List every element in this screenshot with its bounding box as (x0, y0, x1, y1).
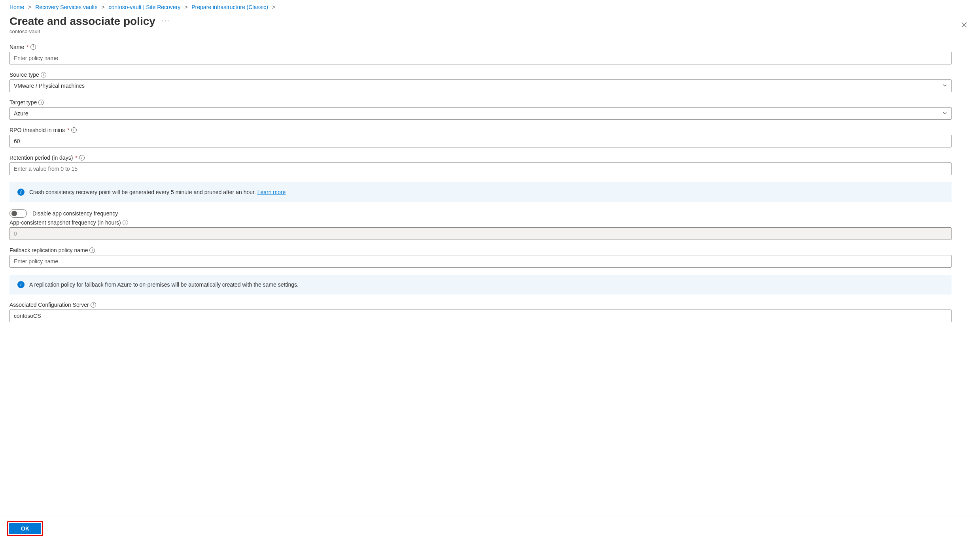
info-icon[interactable]: i (123, 220, 128, 225)
chevron-down-icon (942, 83, 947, 89)
select-value: Azure (14, 110, 942, 117)
page-subtitle: contoso-vault (9, 28, 170, 34)
field-label-text: Failback replication policy name (9, 247, 88, 253)
breadcrumb: Home > Recovery Services vaults > contos… (0, 0, 980, 10)
app-freq-input (14, 228, 947, 240)
breadcrumb-link-home[interactable]: Home (9, 4, 24, 10)
chevron-right-icon: > (182, 4, 190, 10)
footer: OK (0, 517, 980, 540)
info-icon[interactable]: i (79, 155, 85, 160)
field-target-type: Target type i Azure (9, 99, 952, 120)
required-indicator: * (26, 44, 28, 50)
failback-info-banner: i A replication policy for failback from… (9, 275, 952, 295)
config-server-input-wrap (9, 310, 952, 322)
field-label-text: Name (9, 44, 24, 50)
field-label-text: App-consistent snapshot frequency (in ho… (9, 219, 121, 226)
retention-input-wrap (9, 162, 952, 175)
toggle-label: Disable app consistency frequency (32, 210, 118, 217)
field-label-text: Source type (9, 72, 39, 78)
ok-button-highlight: OK (7, 521, 43, 536)
page-title: Create and associate policy (9, 15, 155, 28)
form: Name * i Source type i VMware / Physical… (0, 34, 961, 322)
breadcrumb-link-prepare[interactable]: Prepare infrastructure (Classic) (191, 4, 268, 10)
breadcrumb-link-vault[interactable]: contoso-vault | Site Recovery (108, 4, 180, 10)
failback-input[interactable] (14, 255, 947, 267)
info-icon[interactable]: i (89, 247, 95, 253)
breadcrumb-link-vaults[interactable]: Recovery Services vaults (35, 4, 97, 10)
field-label-text: Associated Configuration Server (9, 302, 89, 308)
close-icon (961, 22, 967, 28)
chevron-right-icon: > (99, 4, 107, 10)
field-retention: Retention period (in days) * i (9, 155, 952, 175)
config-server-input[interactable] (14, 310, 947, 322)
toggle-knob (11, 211, 17, 216)
source-type-select[interactable]: VMware / Physical machines (9, 79, 952, 92)
name-input-wrap (9, 52, 952, 64)
field-source-type: Source type i VMware / Physical machines (9, 72, 952, 92)
banner-text: Crash consistency recovery point will be… (29, 189, 256, 195)
learn-more-link[interactable]: Learn more (257, 189, 286, 195)
field-name: Name * i (9, 44, 952, 64)
retention-input[interactable] (14, 163, 947, 175)
chevron-right-icon: > (26, 4, 34, 10)
target-type-select[interactable]: Azure (9, 107, 952, 120)
info-icon: i (17, 281, 25, 288)
disable-app-consistency-toggle[interactable] (9, 209, 27, 218)
field-rpo: RPO threshold in mins * i (9, 127, 952, 147)
field-label-text: Target type (9, 99, 37, 106)
field-failback: Failback replication policy name i (9, 247, 952, 268)
more-actions-button[interactable]: ··· (162, 17, 170, 26)
select-value: VMware / Physical machines (14, 83, 942, 89)
close-button[interactable] (958, 19, 971, 31)
app-freq-input-wrap (9, 227, 952, 240)
ok-button[interactable]: OK (9, 523, 41, 534)
info-icon[interactable]: i (91, 302, 96, 308)
info-icon[interactable]: i (38, 100, 44, 105)
required-indicator: * (75, 155, 77, 161)
info-icon: i (17, 189, 25, 196)
info-icon[interactable]: i (41, 72, 46, 77)
rpo-input[interactable] (14, 135, 947, 147)
field-label-text: RPO threshold in mins (9, 127, 65, 133)
page-header: Create and associate policy ··· contoso-… (0, 10, 980, 34)
required-indicator: * (67, 127, 69, 133)
disable-app-consistency-row: Disable app consistency frequency (9, 209, 952, 218)
banner-text: A replication policy for failback from A… (29, 281, 299, 288)
info-icon[interactable]: i (30, 44, 36, 50)
field-label-text: Retention period (in days) (9, 155, 73, 161)
crash-consistency-banner: i Crash consistency recovery point will … (9, 182, 952, 202)
name-input[interactable] (14, 52, 947, 64)
chevron-right-icon: > (270, 4, 278, 10)
chevron-down-icon (942, 111, 947, 117)
info-icon[interactable]: i (71, 127, 77, 133)
field-app-freq: App-consistent snapshot frequency (in ho… (9, 219, 952, 240)
rpo-input-wrap (9, 135, 952, 147)
failback-input-wrap (9, 255, 952, 268)
field-config-server: Associated Configuration Server i (9, 302, 952, 322)
